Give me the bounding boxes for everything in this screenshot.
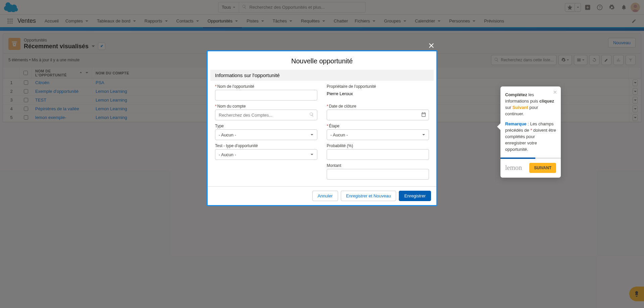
popover-line2: Remarque : Les champs précédés de * doiv… bbox=[505, 121, 556, 152]
calendar-icon[interactable] bbox=[421, 112, 426, 118]
modal-close-icon[interactable] bbox=[428, 42, 437, 51]
cancel-button[interactable]: Annuler bbox=[312, 191, 338, 201]
save-and-new-button[interactable]: Enregistrer et Nouveau bbox=[341, 191, 396, 201]
close-date-input[interactable] bbox=[327, 110, 429, 120]
type-select[interactable]: - Aucun - bbox=[215, 129, 317, 140]
field-account: *Nom du compte bbox=[215, 104, 317, 120]
search-icon bbox=[309, 112, 314, 118]
modal-footer: Annuler Enregistrer et Nouveau Enregistr… bbox=[208, 186, 436, 205]
probability-input[interactable] bbox=[327, 149, 429, 160]
lemon-logo: lemon bbox=[505, 163, 522, 173]
new-opportunity-modal: Nouvelle opportunité Informations sur l'… bbox=[207, 50, 437, 206]
field-owner: Propriétaire de l'opportunité Pierre Ler… bbox=[327, 84, 429, 101]
account-lookup-input[interactable] bbox=[215, 110, 317, 120]
stage-select[interactable]: - Aucun - bbox=[327, 129, 429, 140]
modal-section-title: Informations sur l'opportunité bbox=[210, 70, 434, 81]
owner-value: Pierre Leroux bbox=[327, 90, 429, 96]
field-test-type: Test - type d'opportunité - Aucun - bbox=[215, 143, 317, 160]
field-close-date: *Date de clôture bbox=[327, 104, 429, 120]
field-opportunity-name: *Nom de l'opportunité bbox=[215, 84, 317, 101]
modal-title: Nouvelle opportunité bbox=[208, 51, 436, 70]
amount-input[interactable] bbox=[327, 169, 429, 180]
popover-line1: Complétez les informations puis cliquez … bbox=[505, 92, 556, 117]
walkthrough-popover: Complétez les informations puis cliquez … bbox=[500, 86, 561, 178]
field-stage: *Étape - Aucun - bbox=[327, 124, 429, 140]
popover-progress-bar bbox=[500, 158, 561, 159]
opportunity-name-input[interactable] bbox=[215, 90, 317, 101]
save-button[interactable]: Enregistrer bbox=[399, 191, 431, 201]
field-amount: Montant bbox=[327, 163, 429, 180]
field-probability: Probabilité (%) bbox=[327, 143, 429, 160]
popover-close-icon[interactable] bbox=[553, 90, 557, 97]
field-type: Type - Aucun - bbox=[215, 124, 317, 140]
popover-next-button[interactable]: SUIVANT bbox=[529, 163, 556, 173]
test-type-select[interactable]: - Aucun - bbox=[215, 149, 317, 160]
